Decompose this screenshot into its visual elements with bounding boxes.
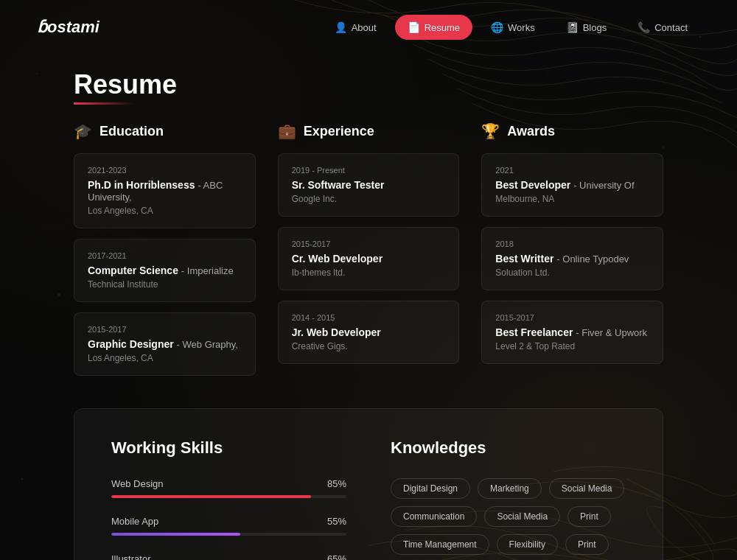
edu-subtitle-2: Los Angeles, CA [88, 353, 242, 363]
skill-label-2: Illustrator 65% [111, 553, 346, 560]
experience-title-text: Experience [304, 124, 374, 139]
nav-contact-label: Contact [654, 22, 688, 33]
works-icon: 🌐 [491, 21, 503, 33]
logo[interactable]: ɓostami [37, 18, 99, 37]
tag-5: Print [567, 506, 611, 527]
nav-contact[interactable]: 📞 Contact [625, 15, 700, 40]
exp-year-2: 2014 - 2015 [292, 313, 446, 322]
award-year-0: 2021 [495, 166, 649, 175]
nav-about[interactable]: 👤 About [322, 15, 389, 40]
skills-section: Working Skills Web Design 85% Mobile App… [74, 408, 663, 560]
nav-resume-label: Resume [425, 22, 460, 33]
skill-bar-fill-1 [111, 533, 240, 536]
exp-title-2: Jr. Web Developer [292, 326, 446, 338]
knowledges-title: Knowledges [391, 438, 626, 458]
nav-works-label: Works [508, 22, 535, 33]
exp-subtitle-0: Google Inc. [292, 194, 446, 204]
tag-7: Flexibility [497, 534, 558, 555]
edu-title-1: Computer Science - Imperialize [88, 265, 242, 276]
awards-section-title: 🏆 Awards [481, 122, 663, 140]
contact-icon: 📞 [638, 21, 650, 33]
experience-card-1: 2015-2017 Cr. Web Developer Ib-themes lt… [278, 227, 460, 290]
award-title-0: Best Developer - University Of [495, 179, 649, 191]
page-title: Resume [74, 69, 177, 100]
knowledge-tags: Digital Design Marketing Social Media Co… [391, 478, 626, 555]
logo-text: ɓostami [37, 18, 99, 36]
skill-item-0: Web Design 85% [111, 478, 346, 498]
knowledges: Knowledges Digital Design Marketing Soci… [391, 438, 626, 560]
exp-title-1: Cr. Web Developer [292, 253, 446, 265]
education-icon: 🎓 [74, 122, 92, 140]
experience-card-2: 2014 - 2015 Jr. Web Developer Creative G… [278, 301, 460, 364]
skill-item-1: Mobile App 55% [111, 516, 346, 536]
education-column: 🎓 Education 2021-2023 Ph.D in Horriblens… [74, 122, 256, 386]
skill-label-1: Mobile App 55% [111, 516, 346, 527]
edu-title-2: Graphic Designer - Web Graphy, [88, 338, 242, 350]
tag-6: Time Management [391, 534, 489, 555]
resume-icon: 📄 [408, 21, 420, 33]
skills-title: Working Skills [111, 438, 346, 458]
navbar: ɓostami 👤 About 📄 Resume 🌐 Works 📓 Blogs… [0, 0, 737, 55]
skill-label-0: Web Design 85% [111, 478, 346, 489]
exp-subtitle-1: Ib-themes ltd. [292, 267, 446, 278]
about-icon: 👤 [335, 21, 347, 33]
experience-card-0: 2019 - Present Sr. Software Tester Googl… [278, 153, 460, 217]
blogs-icon: 📓 [566, 21, 579, 33]
edu-subtitle-1: Technical Institute [88, 279, 242, 290]
experience-icon: 💼 [278, 122, 296, 140]
edu-year-1: 2017-2021 [88, 251, 242, 260]
award-subtitle-1: Soluation Ltd. [495, 267, 649, 278]
tag-3: Communication [391, 506, 477, 527]
edu-year-0: 2021-2023 [88, 166, 242, 175]
award-subtitle-2: Level 2 & Top Rated [495, 341, 649, 351]
education-card-0: 2021-2023 Ph.D in Horriblensess - ABC Un… [74, 153, 256, 228]
education-title-text: Education [99, 124, 164, 139]
nav-blogs[interactable]: 📓 Blogs [553, 15, 620, 40]
awards-title-text: Awards [507, 124, 555, 139]
skill-bar-bg-1 [111, 533, 346, 536]
nav-blogs-label: Blogs [583, 22, 607, 33]
award-year-1: 2018 [495, 239, 649, 248]
awards-icon: 🏆 [481, 122, 500, 140]
exp-title-0: Sr. Software Tester [292, 179, 446, 191]
tag-1: Marketing [478, 478, 542, 499]
tag-0: Digital Design [391, 478, 470, 499]
award-title-1: Best Writter - Online Typodev [495, 253, 649, 265]
education-section-title: 🎓 Education [74, 122, 256, 140]
awards-card-2: 2015-2017 Best Freelancer - Fiver & Upwo… [481, 301, 663, 364]
edu-title-0: Ph.D in Horriblensess - ABC University, [88, 179, 242, 203]
tag-8: Print [565, 534, 609, 555]
resume-grid: 🎓 Education 2021-2023 Ph.D in Horriblens… [74, 122, 663, 386]
award-year-2: 2015-2017 [495, 313, 649, 322]
experience-section-title: 💼 Experience [278, 122, 460, 140]
education-card-2: 2015-2017 Graphic Designer - Web Graphy,… [74, 312, 256, 376]
nav-resume[interactable]: 📄 Resume [395, 15, 472, 40]
exp-subtitle-2: Creative Gigs. [292, 341, 446, 351]
nav-links: 👤 About 📄 Resume 🌐 Works 📓 Blogs 📞 Conta… [322, 15, 700, 40]
edu-subtitle-0: Los Angeles, CA [88, 206, 242, 216]
tag-2: Social Media [549, 478, 625, 499]
tag-4: Social Media [484, 506, 560, 527]
awards-card-1: 2018 Best Writter - Online Typodev Solua… [481, 227, 663, 290]
exp-year-1: 2015-2017 [292, 239, 446, 248]
award-subtitle-0: Melbourne, NA [495, 194, 649, 204]
main-content: Resume 🎓 Education 2021-2023 Ph.D in Hor… [0, 55, 737, 560]
award-title-2: Best Freelancer - Fiver & Upwork [495, 326, 649, 338]
nav-works[interactable]: 🌐 Works [478, 15, 548, 40]
edu-year-2: 2015-2017 [88, 325, 242, 334]
skill-bar-bg-0 [111, 495, 346, 498]
awards-column: 🏆 Awards 2021 Best Developer - Universit… [481, 122, 663, 386]
nav-about-label: About [352, 22, 377, 33]
working-skills: Working Skills Web Design 85% Mobile App… [111, 438, 346, 560]
experience-column: 💼 Experience 2019 - Present Sr. Software… [278, 122, 460, 386]
exp-year-0: 2019 - Present [292, 166, 446, 175]
education-card-1: 2017-2021 Computer Science - Imperialize… [74, 239, 256, 302]
skill-bar-fill-0 [111, 495, 311, 498]
awards-card-0: 2021 Best Developer - University Of Melb… [481, 153, 663, 217]
skill-item-2: Illustrator 65% [111, 553, 346, 560]
